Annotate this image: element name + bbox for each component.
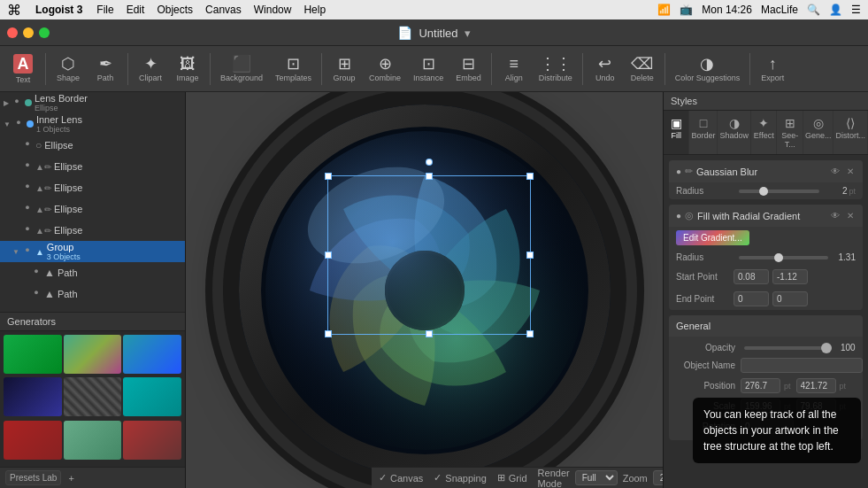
radial-gradient-title: Fill with Radial Gradient (697, 211, 829, 221)
eye-icon[interactable]: ● (21, 224, 34, 236)
generator-6[interactable] (123, 377, 181, 416)
eye-icon[interactable]: ● (12, 118, 25, 130)
radial-gradient-header[interactable]: ● ◎ Fill with Radial Gradient 👁 ✕ (669, 205, 863, 227)
layer-inner-lens[interactable]: ▼ ● Inner Lens 1 Objects (0, 113, 185, 135)
menu-file[interactable]: File (96, 4, 113, 16)
menu-edit[interactable]: Edit (127, 4, 145, 16)
eye-icon[interactable]: ● (21, 139, 34, 151)
tool-export[interactable]: ↑ Export (755, 52, 790, 86)
layer-ellipse-4[interactable]: ● ▲✏ Ellipse (0, 198, 185, 220)
position-x-input[interactable] (741, 378, 780, 393)
canvas-status[interactable]: ✓ Canvas (379, 472, 423, 484)
tool-background[interactable]: ⬛ Background (215, 52, 268, 86)
tool-group[interactable]: ⊞ Group (326, 52, 362, 86)
gradient-eye-icon[interactable]: 👁 (829, 211, 841, 221)
generator-9[interactable] (123, 421, 181, 460)
tool-delete[interactable]: ⌫ Delete (625, 52, 660, 86)
layer-path-2[interactable]: ● ▲ Path (0, 283, 185, 305)
eye-icon[interactable]: ● (21, 182, 34, 194)
zoom-select[interactable]: 200 % 100 % 150 % (653, 470, 663, 485)
account-icon[interactable]: 👤 (829, 4, 842, 16)
tab-effect[interactable]: ✦ Effect (751, 111, 777, 154)
menu-icon[interactable]: ☰ (851, 4, 861, 16)
tab-shadow[interactable]: ◑ Shadow (718, 111, 751, 154)
ellipse-path-icon: ▲✏ (35, 162, 51, 172)
layer-ellipse-3[interactable]: ● ▲✏ Ellipse (0, 177, 185, 198)
generator-2[interactable] (64, 335, 122, 374)
blur-slider-thumb[interactable] (759, 187, 768, 196)
edit-gradient-button[interactable]: Edit Gradient... (676, 230, 749, 245)
eye-icon[interactable]: ● (21, 203, 34, 215)
object-name-input[interactable] (741, 358, 863, 373)
menu-help[interactable]: Help (303, 4, 326, 16)
tool-clipart[interactable]: ✦ Clipart (133, 52, 168, 86)
tool-path[interactable]: ✒ Path (88, 52, 123, 86)
tab-border[interactable]: □ Border (689, 111, 718, 154)
tool-distribute[interactable]: ⋮⋮ Distribute (534, 52, 578, 86)
menu-window[interactable]: Window (254, 4, 292, 16)
layer-ellipse-5[interactable]: ● ▲✏ Ellipse (0, 220, 185, 241)
tab-distort[interactable]: ⟨⟩ Distort... (833, 111, 868, 154)
layer-group[interactable]: ▼ ● ▲ Group 3 Objects (0, 241, 185, 262)
tool-combine[interactable]: ⊕ Combine (364, 52, 406, 86)
close-button[interactable] (7, 27, 18, 38)
generator-4[interactable] (4, 377, 62, 416)
generator-7[interactable] (4, 421, 62, 460)
gradient-toggle-icon[interactable]: ● (676, 211, 681, 221)
generator-8[interactable] (64, 421, 122, 460)
end-y-input[interactable] (772, 291, 808, 306)
tab-general[interactable]: ◎ Gene... (803, 111, 834, 154)
tool-align[interactable]: ≡ Align (496, 52, 532, 86)
tool-instance[interactable]: ⊡ Instance (408, 52, 449, 86)
position-y-input[interactable] (796, 378, 836, 393)
apple-menu[interactable]: ⌘ (7, 2, 21, 19)
tool-undo[interactable]: ↩ Undo (588, 52, 623, 86)
maximize-button[interactable] (39, 27, 50, 38)
minimize-button[interactable] (23, 27, 34, 38)
canvas-area[interactable]: ✓ Canvas ✓ Snapping ⊞ Grid Render Mode F… (186, 92, 663, 488)
gradient-radius-slider[interactable] (739, 256, 828, 259)
generator-3[interactable] (123, 335, 181, 374)
render-mode-select[interactable]: Full Fast (575, 470, 618, 485)
gaussian-blur-header[interactable]: ● ✏ Gaussian Blur 👁 ✕ (669, 160, 863, 182)
tab-see-through[interactable]: ⊞ See-T... (777, 111, 803, 154)
blur-radius-slider[interactable] (739, 190, 819, 193)
tool-templates[interactable]: ⊡ Templates (270, 52, 317, 86)
layer-ellipse-1[interactable]: ● ○ Ellipse (0, 135, 185, 156)
tool-image[interactable]: 🖼 Image (170, 52, 205, 86)
eye-icon[interactable]: ● (21, 160, 34, 173)
snapping-status[interactable]: ✓ Snapping (434, 472, 487, 484)
blur-toggle-icon[interactable]: ● (676, 167, 681, 176)
eye-icon[interactable]: ● (11, 97, 23, 109)
blur-close-icon[interactable]: ✕ (845, 167, 856, 176)
tab-fill[interactable]: ▣ Fill (664, 111, 689, 154)
opacity-slider[interactable] (744, 346, 832, 350)
layer-lens-border[interactable]: ▶ ● Lens Border Ellipse (0, 92, 185, 113)
eye-icon[interactable]: ● (30, 288, 42, 300)
opacity-thumb[interactable] (821, 343, 832, 353)
eye-icon[interactable]: ● (30, 267, 42, 279)
tool-text[interactable]: A Text (5, 50, 41, 88)
add-icon[interactable]: + (68, 473, 73, 484)
presets-lab-button[interactable]: Presets Lab (5, 470, 61, 485)
eye-icon[interactable]: ● (21, 245, 34, 258)
path-label: Path (97, 74, 114, 82)
layer-ellipse-2[interactable]: ● ▲✏ Ellipse (0, 156, 185, 177)
layer-path-3[interactable]: ● ▲ Path (0, 305, 185, 312)
start-y-input[interactable] (772, 269, 808, 284)
layer-path-1[interactable]: ● ▲ Path (0, 262, 185, 283)
tool-shape[interactable]: ⬡ Shape (50, 52, 86, 86)
tool-embed[interactable]: ⊟ Embed (450, 52, 487, 86)
generator-1[interactable] (4, 335, 62, 374)
start-x-input[interactable] (734, 269, 769, 284)
gradient-close-icon[interactable]: ✕ (845, 211, 856, 221)
grid-status[interactable]: ⊞ Grid (497, 472, 527, 484)
menu-objects[interactable]: Objects (157, 4, 193, 16)
menu-canvas[interactable]: Canvas (205, 4, 242, 16)
tool-color-suggestions[interactable]: ◑ Color Suggestions (670, 52, 746, 86)
blur-eye-icon[interactable]: 👁 (829, 167, 841, 176)
search-icon[interactable]: 🔍 (807, 4, 820, 16)
gradient-slider-thumb[interactable] (774, 253, 783, 262)
generator-5[interactable] (64, 377, 122, 416)
end-x-input[interactable] (734, 291, 769, 306)
